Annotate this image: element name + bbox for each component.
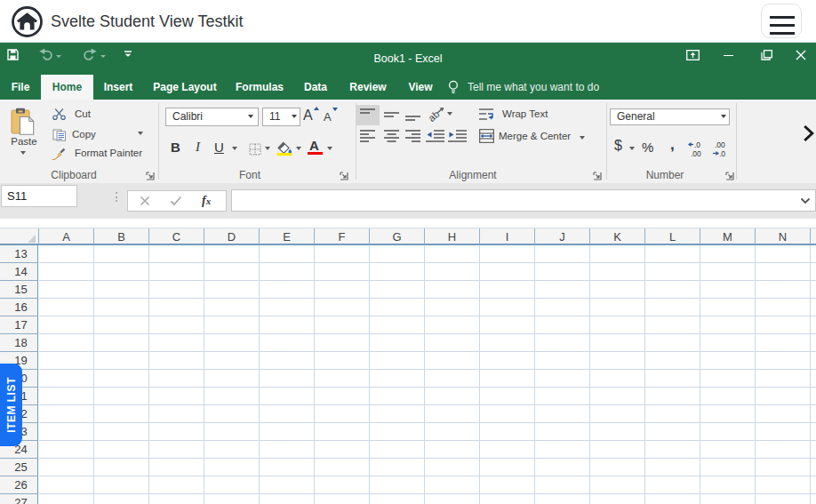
- svg-text:.00: .00: [691, 149, 701, 157]
- svg-text:.00: .00: [715, 140, 725, 149]
- svg-text:.0: .0: [694, 140, 700, 149]
- svg-text:.0: .0: [719, 149, 725, 157]
- svg-text:ab: ab: [428, 108, 441, 122]
